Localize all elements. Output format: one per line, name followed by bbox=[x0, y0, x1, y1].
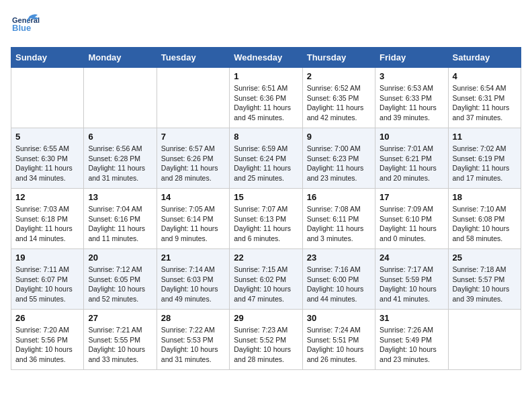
header: General Blue bbox=[11, 11, 521, 40]
day-number: 6 bbox=[88, 132, 152, 142]
calendar-cell: 10Sunrise: 7:01 AM Sunset: 6:21 PM Dayli… bbox=[375, 128, 448, 189]
cell-content: Sunrise: 7:05 AM Sunset: 6:14 PM Dayligh… bbox=[161, 204, 225, 244]
cell-content: Sunrise: 7:04 AM Sunset: 6:16 PM Dayligh… bbox=[88, 204, 152, 244]
day-number: 2 bbox=[307, 71, 371, 81]
cell-content: Sunrise: 6:54 AM Sunset: 6:31 PM Dayligh… bbox=[453, 83, 517, 123]
calendar-cell: 29Sunrise: 7:23 AM Sunset: 5:52 PM Dayli… bbox=[230, 310, 302, 370]
calendar-cell: 4Sunrise: 6:54 AM Sunset: 6:31 PM Daylig… bbox=[448, 68, 521, 128]
cell-content: Sunrise: 6:57 AM Sunset: 6:26 PM Dayligh… bbox=[161, 144, 225, 183]
day-header: Monday bbox=[84, 48, 157, 68]
cell-content: Sunrise: 7:22 AM Sunset: 5:53 PM Dayligh… bbox=[161, 325, 225, 365]
day-number: 10 bbox=[380, 132, 443, 142]
calendar-cell bbox=[157, 68, 229, 128]
calendar-cell: 2Sunrise: 6:52 AM Sunset: 6:35 PM Daylig… bbox=[302, 68, 375, 128]
logo-icon: General Blue bbox=[11, 11, 40, 40]
cell-content: Sunrise: 7:15 AM Sunset: 6:02 PM Dayligh… bbox=[234, 265, 298, 304]
day-number: 13 bbox=[88, 192, 152, 202]
cell-content: Sunrise: 6:55 AM Sunset: 6:30 PM Dayligh… bbox=[15, 144, 79, 183]
calendar-cell: 19Sunrise: 7:11 AM Sunset: 6:07 PM Dayli… bbox=[11, 249, 84, 310]
calendar-cell: 7Sunrise: 6:57 AM Sunset: 6:26 PM Daylig… bbox=[157, 128, 229, 189]
calendar-cell bbox=[84, 68, 157, 128]
calendar-cell: 1Sunrise: 6:51 AM Sunset: 6:36 PM Daylig… bbox=[230, 68, 302, 128]
day-header: Tuesday bbox=[157, 48, 229, 68]
day-number: 28 bbox=[161, 313, 225, 323]
day-number: 30 bbox=[307, 313, 371, 323]
calendar-cell: 22Sunrise: 7:15 AM Sunset: 6:02 PM Dayli… bbox=[230, 249, 302, 310]
calendar-table: SundayMondayTuesdayWednesdayThursdayFrid… bbox=[11, 47, 521, 370]
day-number: 1 bbox=[234, 71, 298, 81]
day-number: 15 bbox=[234, 192, 298, 202]
day-header: Sunday bbox=[11, 48, 84, 68]
day-number: 3 bbox=[380, 71, 443, 81]
calendar-cell: 18Sunrise: 7:10 AM Sunset: 6:08 PM Dayli… bbox=[448, 189, 521, 249]
calendar-cell: 9Sunrise: 7:00 AM Sunset: 6:23 PM Daylig… bbox=[302, 128, 375, 189]
day-number: 18 bbox=[453, 192, 517, 202]
cell-content: Sunrise: 7:11 AM Sunset: 6:07 PM Dayligh… bbox=[15, 265, 79, 304]
calendar-cell bbox=[11, 68, 84, 128]
day-number: 27 bbox=[88, 313, 152, 323]
calendar-cell: 14Sunrise: 7:05 AM Sunset: 6:14 PM Dayli… bbox=[157, 189, 229, 249]
day-number: 8 bbox=[234, 132, 298, 142]
day-number: 12 bbox=[15, 192, 79, 202]
calendar-week-row: 1Sunrise: 6:51 AM Sunset: 6:36 PM Daylig… bbox=[11, 68, 521, 128]
calendar-cell: 3Sunrise: 6:53 AM Sunset: 6:33 PM Daylig… bbox=[375, 68, 448, 128]
day-number: 31 bbox=[380, 313, 443, 323]
day-number: 23 bbox=[307, 253, 371, 263]
cell-content: Sunrise: 7:08 AM Sunset: 6:11 PM Dayligh… bbox=[307, 204, 371, 244]
cell-content: Sunrise: 7:26 AM Sunset: 5:49 PM Dayligh… bbox=[380, 325, 443, 365]
calendar-cell: 31Sunrise: 7:26 AM Sunset: 5:49 PM Dayli… bbox=[375, 310, 448, 370]
cell-content: Sunrise: 7:17 AM Sunset: 5:59 PM Dayligh… bbox=[380, 265, 443, 304]
day-header: Thursday bbox=[302, 48, 375, 68]
calendar-cell: 16Sunrise: 7:08 AM Sunset: 6:11 PM Dayli… bbox=[302, 189, 375, 249]
calendar-cell: 25Sunrise: 7:18 AM Sunset: 5:57 PM Dayli… bbox=[448, 249, 521, 310]
cell-content: Sunrise: 7:18 AM Sunset: 5:57 PM Dayligh… bbox=[453, 265, 517, 304]
calendar-cell: 24Sunrise: 7:17 AM Sunset: 5:59 PM Dayli… bbox=[375, 249, 448, 310]
calendar-week-row: 26Sunrise: 7:20 AM Sunset: 5:56 PM Dayli… bbox=[11, 310, 521, 370]
cell-content: Sunrise: 7:20 AM Sunset: 5:56 PM Dayligh… bbox=[15, 325, 79, 365]
cell-content: Sunrise: 7:03 AM Sunset: 6:18 PM Dayligh… bbox=[15, 204, 79, 244]
cell-content: Sunrise: 7:01 AM Sunset: 6:21 PM Dayligh… bbox=[380, 144, 443, 183]
calendar-cell: 5Sunrise: 6:55 AM Sunset: 6:30 PM Daylig… bbox=[11, 128, 84, 189]
calendar-cell: 20Sunrise: 7:12 AM Sunset: 6:05 PM Dayli… bbox=[84, 249, 157, 310]
day-number: 16 bbox=[307, 192, 371, 202]
header-row: SundayMondayTuesdayWednesdayThursdayFrid… bbox=[11, 48, 521, 68]
day-number: 17 bbox=[380, 192, 443, 202]
day-number: 21 bbox=[161, 253, 225, 263]
cell-content: Sunrise: 7:10 AM Sunset: 6:08 PM Dayligh… bbox=[453, 204, 517, 244]
calendar-cell: 12Sunrise: 7:03 AM Sunset: 6:18 PM Dayli… bbox=[11, 189, 84, 249]
calendar-cell: 30Sunrise: 7:24 AM Sunset: 5:51 PM Dayli… bbox=[302, 310, 375, 370]
day-number: 24 bbox=[380, 253, 443, 263]
cell-content: Sunrise: 7:24 AM Sunset: 5:51 PM Dayligh… bbox=[307, 325, 371, 365]
cell-content: Sunrise: 7:09 AM Sunset: 6:10 PM Dayligh… bbox=[380, 204, 443, 244]
day-number: 9 bbox=[307, 132, 371, 142]
calendar-week-row: 12Sunrise: 7:03 AM Sunset: 6:18 PM Dayli… bbox=[11, 189, 521, 249]
cell-content: Sunrise: 7:07 AM Sunset: 6:13 PM Dayligh… bbox=[234, 204, 298, 244]
svg-text:Blue: Blue bbox=[12, 23, 31, 33]
cell-content: Sunrise: 7:21 AM Sunset: 5:55 PM Dayligh… bbox=[88, 325, 152, 365]
day-header: Saturday bbox=[448, 48, 521, 68]
day-number: 25 bbox=[453, 253, 517, 263]
calendar-cell: 28Sunrise: 7:22 AM Sunset: 5:53 PM Dayli… bbox=[157, 310, 229, 370]
calendar-cell: 27Sunrise: 7:21 AM Sunset: 5:55 PM Dayli… bbox=[84, 310, 157, 370]
calendar-week-row: 19Sunrise: 7:11 AM Sunset: 6:07 PM Dayli… bbox=[11, 249, 521, 310]
cell-content: Sunrise: 6:59 AM Sunset: 6:24 PM Dayligh… bbox=[234, 144, 298, 183]
calendar-week-row: 5Sunrise: 6:55 AM Sunset: 6:30 PM Daylig… bbox=[11, 128, 521, 189]
cell-content: Sunrise: 6:52 AM Sunset: 6:35 PM Dayligh… bbox=[307, 83, 371, 123]
day-number: 14 bbox=[161, 192, 225, 202]
cell-content: Sunrise: 7:12 AM Sunset: 6:05 PM Dayligh… bbox=[88, 265, 152, 304]
calendar-cell: 17Sunrise: 7:09 AM Sunset: 6:10 PM Dayli… bbox=[375, 189, 448, 249]
calendar-cell: 11Sunrise: 7:02 AM Sunset: 6:19 PM Dayli… bbox=[448, 128, 521, 189]
logo: General Blue bbox=[11, 11, 40, 40]
day-number: 5 bbox=[15, 132, 79, 142]
calendar-cell: 15Sunrise: 7:07 AM Sunset: 6:13 PM Dayli… bbox=[230, 189, 302, 249]
calendar-cell: 8Sunrise: 6:59 AM Sunset: 6:24 PM Daylig… bbox=[230, 128, 302, 189]
day-number: 7 bbox=[161, 132, 225, 142]
cell-content: Sunrise: 7:23 AM Sunset: 5:52 PM Dayligh… bbox=[234, 325, 298, 365]
day-number: 4 bbox=[453, 71, 517, 81]
day-header: Wednesday bbox=[230, 48, 302, 68]
calendar-cell: 26Sunrise: 7:20 AM Sunset: 5:56 PM Dayli… bbox=[11, 310, 84, 370]
cell-content: Sunrise: 7:00 AM Sunset: 6:23 PM Dayligh… bbox=[307, 144, 371, 183]
calendar-cell: 13Sunrise: 7:04 AM Sunset: 6:16 PM Dayli… bbox=[84, 189, 157, 249]
day-number: 19 bbox=[15, 253, 79, 263]
day-number: 22 bbox=[234, 253, 298, 263]
